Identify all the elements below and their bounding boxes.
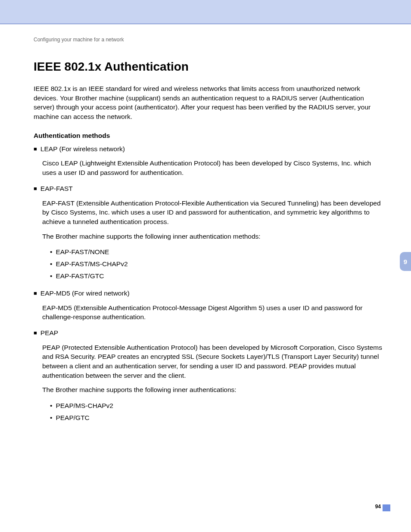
page-number: 94 (375, 504, 381, 510)
page-number-accent (383, 504, 390, 511)
inner-list-item: •EAP-FAST/MS-CHAPv2 (50, 258, 385, 270)
square-bullet-icon: ■ (34, 288, 37, 299)
method-paragraph: EAP-MD5 (Extensible Authentication Proto… (42, 303, 385, 322)
dot-bullet-icon: • (50, 400, 52, 412)
dot-bullet-icon: • (50, 412, 52, 424)
method-title: ■EAP-MD5 (For wired network) (34, 288, 385, 299)
breadcrumb: Configuring your machine for a network (34, 37, 385, 43)
square-bullet-icon: ■ (34, 184, 37, 194)
section-subhead: Authentication methods (34, 132, 385, 140)
method-title-text: EAP-FAST (40, 184, 73, 193)
method-paragraph: Cisco LEAP (Lightweight Extensible Authe… (42, 159, 385, 177)
page-title: IEEE 802.1x Authentication (34, 60, 385, 74)
methods-list: ■LEAP (For wireless network)Cisco LEAP (… (34, 144, 385, 424)
inner-list-item-text: PEAP/GTC (56, 412, 89, 424)
inner-list-item-text: PEAP/MS-CHAPv2 (56, 400, 113, 412)
method-title-text: LEAP (For wireless network) (40, 144, 125, 154)
method-body: EAP-MD5 (Extensible Authentication Proto… (42, 303, 385, 322)
method-paragraph: The Brother machine supports the followi… (42, 232, 385, 241)
inner-list-item: •EAP-FAST/NONE (50, 246, 385, 258)
square-bullet-icon: ■ (34, 144, 37, 155)
method-block: ■LEAP (For wireless network)Cisco LEAP (… (34, 144, 385, 177)
dot-bullet-icon: • (50, 258, 52, 270)
dot-bullet-icon: • (50, 246, 52, 258)
square-bullet-icon: ■ (34, 328, 37, 339)
method-block: ■EAP-MD5 (For wired network)EAP-MD5 (Ext… (34, 288, 385, 322)
method-title: ■LEAP (For wireless network) (34, 144, 385, 155)
dot-bullet-icon: • (50, 270, 52, 282)
inner-list-item-text: EAP-FAST/MS-CHAPv2 (56, 258, 128, 270)
method-block: ■EAP-FASTEAP-FAST (Extensible Authentica… (34, 184, 385, 282)
method-title: ■PEAP (34, 328, 385, 339)
method-body: Cisco LEAP (Lightweight Extensible Authe… (42, 159, 385, 177)
inner-list-item: •PEAP/MS-CHAPv2 (50, 400, 385, 412)
method-paragraph: PEAP (Protected Extensible Authenticatio… (42, 343, 385, 380)
inner-list-item: •PEAP/GTC (50, 412, 385, 424)
method-block: ■PEAPPEAP (Protected Extensible Authenti… (34, 328, 385, 424)
method-title-text: EAP-MD5 (For wired network) (40, 288, 130, 298)
method-paragraph: EAP-FAST (Extensible Authentication Prot… (42, 199, 385, 227)
page-content: Configuring your machine for a network I… (34, 37, 385, 430)
method-body: PEAP (Protected Extensible Authenticatio… (42, 343, 385, 424)
chapter-tab: 9 (400, 252, 411, 271)
inner-list-item-text: EAP-FAST/NONE (56, 246, 109, 258)
intro-paragraph: IEEE 802.1x is an IEEE standard for wire… (34, 84, 385, 121)
inner-list-item-text: EAP-FAST/GTC (56, 270, 104, 282)
method-body: EAP-FAST (Extensible Authentication Prot… (42, 199, 385, 282)
inner-list: •PEAP/MS-CHAPv2•PEAP/GTC (50, 400, 385, 424)
header-band (0, 0, 411, 24)
method-title: ■EAP-FAST (34, 184, 385, 194)
method-paragraph: The Brother machine supports the followi… (42, 385, 385, 395)
inner-list: •EAP-FAST/NONE•EAP-FAST/MS-CHAPv2•EAP-FA… (50, 246, 385, 282)
method-title-text: PEAP (40, 328, 58, 338)
inner-list-item: •EAP-FAST/GTC (50, 270, 385, 282)
